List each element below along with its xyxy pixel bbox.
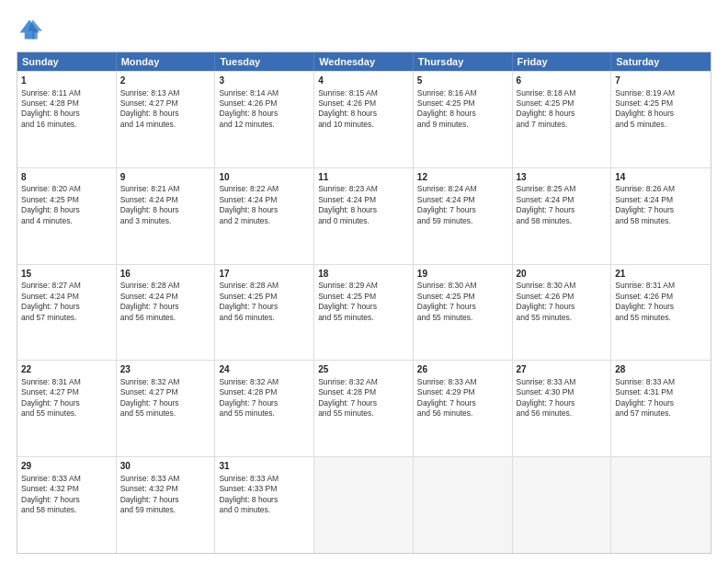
day-info-line-1: Sunrise: 8:13 AM [120,88,211,98]
day-number: 28 [615,363,707,376]
day-cell-25: 25Sunrise: 8:32 AMSunset: 4:28 PMDayligh… [314,361,414,456]
day-info-line-1: Sunrise: 8:25 AM [517,184,608,194]
day-info-line-4: and 5 minutes. [615,120,707,130]
day-info-line-4: and 55 minutes. [120,408,211,419]
day-info-line-1: Sunrise: 8:31 AM [615,281,707,291]
day-info-line-1: Sunrise: 8:22 AM [219,184,310,194]
calendar-row-1: 1Sunrise: 8:11 AMSunset: 4:28 PMDaylight… [17,71,711,167]
day-info-line-1: Sunrise: 8:11 AM [21,88,112,98]
header-day-thursday: Thursday [414,52,513,71]
day-info-line-4: and 16 minutes. [21,120,112,130]
day-info-line-4: and 12 minutes. [219,120,310,130]
day-number: 16 [120,268,211,281]
day-cell-16: 16Sunrise: 8:28 AMSunset: 4:24 PMDayligh… [117,265,216,361]
day-info-line-2: Sunset: 4:28 PM [21,98,112,109]
empty-cell [513,457,612,553]
day-number: 29 [21,460,112,473]
day-info-line-2: Sunset: 4:26 PM [615,292,707,302]
page: SundayMondayTuesdayWednesdayThursdayFrid… [0,0,728,563]
calendar-row-3: 15Sunrise: 8:27 AMSunset: 4:24 PMDayligh… [17,264,711,361]
day-number: 18 [318,268,409,281]
day-info-line-4: and 55 minutes. [21,408,112,419]
day-info-line-2: Sunset: 4:24 PM [615,195,707,205]
day-info-line-4: and 57 minutes. [615,408,707,419]
day-info-line-4: and 59 minutes. [417,216,508,226]
day-number: 11 [318,171,409,184]
day-info-line-4: and 58 minutes. [615,216,707,226]
day-info-line-4: and 57 minutes. [21,313,112,323]
day-info-line-2: Sunset: 4:26 PM [318,98,409,109]
day-info-line-2: Sunset: 4:26 PM [517,292,608,302]
day-info-line-1: Sunrise: 8:14 AM [219,88,310,98]
day-info-line-3: Daylight: 7 hours [318,302,409,312]
day-number: 20 [517,268,608,281]
day-info-line-2: Sunset: 4:24 PM [318,195,409,205]
calendar-row-4: 22Sunrise: 8:31 AMSunset: 4:27 PMDayligh… [17,360,711,456]
day-info-line-2: Sunset: 4:32 PM [120,484,211,494]
day-info-line-3: Daylight: 7 hours [517,398,608,408]
day-info-line-1: Sunrise: 8:33 AM [120,474,211,484]
day-cell-6: 6Sunrise: 8:18 AMSunset: 4:25 PMDaylight… [513,72,612,167]
day-info-line-4: and 7 minutes. [517,120,608,130]
empty-cell [314,457,414,553]
day-cell-27: 27Sunrise: 8:33 AMSunset: 4:30 PMDayligh… [513,361,612,456]
day-info-line-3: Daylight: 7 hours [219,302,310,312]
calendar-row-5: 29Sunrise: 8:33 AMSunset: 4:32 PMDayligh… [17,456,711,553]
day-info-line-2: Sunset: 4:25 PM [318,292,409,302]
day-info-line-1: Sunrise: 8:32 AM [318,377,409,387]
day-info-line-1: Sunrise: 8:33 AM [219,474,310,484]
day-info-line-1: Sunrise: 8:28 AM [120,281,211,291]
day-number: 13 [517,171,608,184]
header-day-tuesday: Tuesday [215,52,314,71]
day-info-line-1: Sunrise: 8:15 AM [318,88,409,98]
day-info-line-2: Sunset: 4:24 PM [517,195,608,205]
day-info-line-1: Sunrise: 8:18 AM [517,88,608,98]
day-cell-14: 14Sunrise: 8:26 AMSunset: 4:24 PMDayligh… [611,168,711,264]
day-cell-31: 31Sunrise: 8:33 AMSunset: 4:33 PMDayligh… [215,457,314,553]
day-info-line-2: Sunset: 4:30 PM [517,387,608,397]
day-info-line-4: and 55 minutes. [615,313,707,323]
day-info-line-3: Daylight: 8 hours [21,109,112,119]
day-number: 2 [120,75,211,87]
day-info-line-2: Sunset: 4:25 PM [417,98,508,109]
day-info-line-4: and 14 minutes. [120,120,211,130]
day-number: 17 [219,268,310,281]
calendar-body: 1Sunrise: 8:11 AMSunset: 4:28 PMDaylight… [17,71,711,553]
day-info-line-1: Sunrise: 8:33 AM [21,474,112,484]
day-number: 5 [417,75,508,87]
day-info-line-4: and 58 minutes. [517,216,608,226]
day-info-line-1: Sunrise: 8:21 AM [120,184,211,194]
day-info-line-4: and 56 minutes. [517,408,608,419]
day-info-line-1: Sunrise: 8:32 AM [219,377,310,387]
day-number: 31 [219,460,310,473]
day-info-line-3: Daylight: 8 hours [219,495,310,505]
day-info-line-2: Sunset: 4:24 PM [417,195,508,205]
day-number: 15 [21,268,112,281]
day-cell-17: 17Sunrise: 8:28 AMSunset: 4:25 PMDayligh… [215,265,314,361]
day-info-line-3: Daylight: 7 hours [219,398,310,408]
day-cell-5: 5Sunrise: 8:16 AMSunset: 4:25 PMDaylight… [414,72,513,167]
day-cell-10: 10Sunrise: 8:22 AMSunset: 4:24 PMDayligh… [215,168,314,264]
day-info-line-1: Sunrise: 8:28 AM [219,281,310,291]
day-cell-15: 15Sunrise: 8:27 AMSunset: 4:24 PMDayligh… [17,265,117,361]
day-number: 10 [219,171,310,184]
day-info-line-4: and 59 minutes. [120,505,211,515]
day-info-line-2: Sunset: 4:32 PM [21,484,112,494]
day-info-line-4: and 55 minutes. [517,313,608,323]
day-cell-2: 2Sunrise: 8:13 AMSunset: 4:27 PMDaylight… [117,72,216,167]
day-info-line-3: Daylight: 8 hours [120,109,211,119]
day-info-line-3: Daylight: 8 hours [417,109,508,119]
day-number: 3 [219,75,310,87]
day-info-line-3: Daylight: 7 hours [517,302,608,312]
day-info-line-3: Daylight: 8 hours [517,109,608,119]
day-info-line-4: and 3 minutes. [120,216,211,226]
day-number: 19 [417,268,508,281]
day-info-line-1: Sunrise: 8:16 AM [417,88,508,98]
day-number: 23 [120,363,211,376]
day-cell-30: 30Sunrise: 8:33 AMSunset: 4:32 PMDayligh… [117,457,216,553]
calendar: SundayMondayTuesdayWednesdayThursdayFrid… [17,52,711,554]
day-info-line-3: Daylight: 7 hours [120,495,211,505]
day-info-line-3: Daylight: 7 hours [318,398,409,408]
day-number: 26 [417,363,508,376]
header [17,17,711,42]
